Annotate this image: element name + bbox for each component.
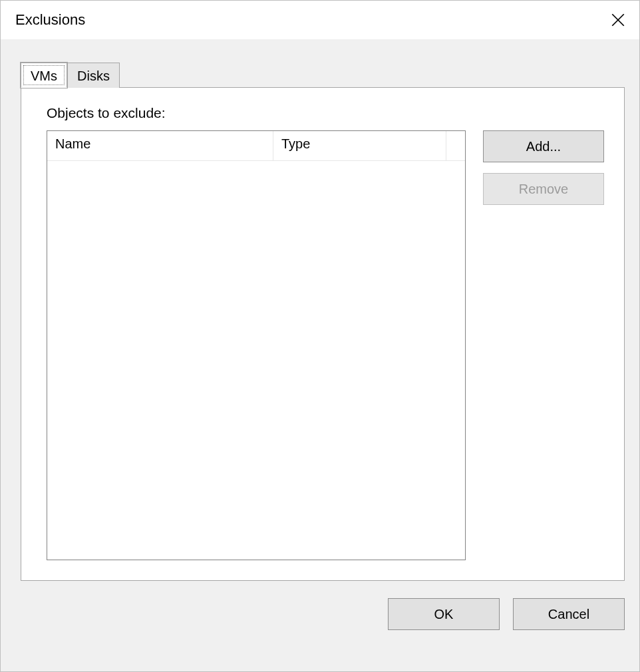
cancel-button[interactable]: Cancel — [513, 598, 625, 630]
client-area: VMs Disks Objects to exclude: Name Type — [1, 39, 639, 671]
tab-strip: VMs Disks — [21, 62, 625, 87]
exclusions-dialog: Exclusions VMs Disks Objects to exclude: — [0, 0, 640, 672]
close-icon — [611, 13, 625, 27]
tab-disks-label: Disks — [77, 69, 110, 83]
dialog-title: Exclusions — [15, 11, 85, 29]
ok-button[interactable]: OK — [388, 598, 500, 630]
column-header-type[interactable]: Type — [273, 131, 446, 160]
tab-vms-label: VMs — [31, 69, 57, 83]
tab-disks[interactable]: Disks — [67, 63, 120, 88]
close-button[interactable] — [597, 1, 639, 39]
listview-header: Name Type — [47, 131, 465, 161]
column-header-tail — [446, 131, 465, 160]
add-button[interactable]: Add... — [483, 130, 604, 162]
listview-body[interactable] — [47, 161, 465, 560]
exclusion-listview[interactable]: Name Type — [47, 130, 466, 560]
titlebar: Exclusions — [1, 1, 639, 39]
tab-page-vms: Objects to exclude: Name Type Add... Rem… — [21, 87, 625, 581]
column-header-name[interactable]: Name — [47, 131, 273, 160]
remove-button: Remove — [483, 173, 604, 205]
tab-vms[interactable]: VMs — [21, 63, 67, 88]
objects-to-exclude-label: Objects to exclude: — [47, 105, 604, 121]
side-button-panel: Add... Remove — [483, 130, 604, 560]
dialog-footer: OK Cancel — [1, 581, 639, 647]
